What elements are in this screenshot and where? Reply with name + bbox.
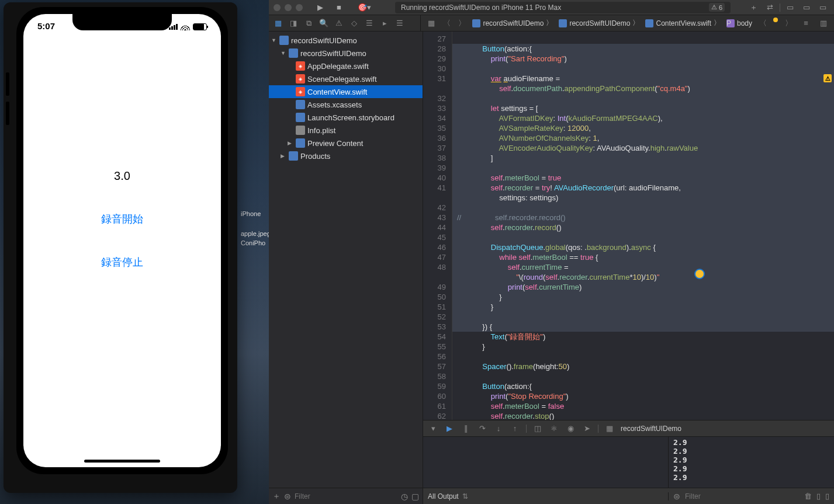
- project-icon: [279, 36, 289, 45]
- storyboard-icon: [296, 113, 305, 122]
- source-control-navigator-icon[interactable]: ◨: [286, 18, 300, 29]
- swift-icon: [296, 87, 305, 96]
- symbol-navigator-icon[interactable]: ⧉: [302, 18, 316, 29]
- folder-icon: [289, 48, 298, 58]
- tree-group[interactable]: ▶Preview Content: [269, 137, 423, 150]
- forward-button[interactable]: 〉: [455, 18, 469, 29]
- console-output[interactable]: 2.9 2.9 2.9 2.9 2.9: [669, 437, 834, 488]
- toggle-variables-icon[interactable]: ▯: [816, 492, 821, 500]
- stop-button[interactable]: ■: [331, 2, 347, 13]
- step-into-icon[interactable]: ↓: [493, 424, 504, 433]
- desktop-file-label[interactable]: ConiPho: [241, 239, 267, 246]
- pause-icon[interactable]: ‖: [461, 424, 471, 433]
- variables-view[interactable]: [423, 437, 669, 488]
- output-selector[interactable]: All Output: [428, 492, 459, 500]
- find-navigator-icon[interactable]: 🔍: [317, 18, 331, 29]
- related-items-icon[interactable]: ▦: [424, 18, 438, 29]
- swift-file-icon: [645, 19, 653, 27]
- tree-file[interactable]: Info.plist: [269, 124, 423, 137]
- process-name[interactable]: recordSwiftUIDemo: [621, 425, 681, 433]
- desktop-file-label[interactable]: iPhone: [241, 210, 267, 217]
- tree-file[interactable]: SceneDelegate.swift: [269, 72, 423, 85]
- recent-filter-icon[interactable]: ◷: [401, 492, 408, 501]
- minimize-window-icon[interactable]: [285, 4, 292, 11]
- source-editor[interactable]: 2728293031323334353637383940414243444546…: [423, 32, 834, 420]
- step-over-icon[interactable]: ↷: [477, 424, 487, 433]
- memory-graph-icon[interactable]: ⚛: [549, 424, 559, 433]
- code-review-button[interactable]: ⇄: [763, 3, 776, 12]
- back-button[interactable]: 〈: [440, 18, 454, 29]
- phone-screen[interactable]: 5:07 3.0 録音開始 録音停止: [23, 14, 221, 467]
- breakpoint-navigator-icon[interactable]: ▸: [378, 18, 392, 29]
- activity-viewer[interactable]: Running recordSwiftUIDemo on iPhone 11 P…: [395, 2, 731, 13]
- tree-file-selected[interactable]: ContentView.swift: [269, 85, 423, 98]
- test-navigator-icon[interactable]: ◇: [347, 18, 361, 29]
- jump-symbol[interactable]: Pbody: [724, 18, 755, 29]
- tree-file[interactable]: LaunchScreen.storyboard: [269, 111, 423, 124]
- console-filter-input[interactable]: [685, 492, 800, 500]
- code-content[interactable]: Button(action:{ print("Sart Recording") …: [452, 32, 834, 420]
- editor-area: 2728293031323334353637383940414243444546…: [423, 32, 834, 504]
- tree-group[interactable]: ▶Products: [269, 150, 423, 162]
- zoom-window-icon[interactable]: [296, 4, 303, 11]
- app-content: 3.0 録音開始 録音停止: [101, 169, 143, 298]
- property-icon: P: [726, 19, 735, 27]
- warning-icon[interactable]: [773, 18, 778, 22]
- prev-issue-icon[interactable]: 〈: [756, 18, 770, 29]
- title-bar[interactable]: ▶ ■ 🎯▾ Running recordSwiftUIDemo on iPho…: [269, 0, 834, 15]
- scheme-selector[interactable]: 🎯▾: [349, 2, 379, 13]
- breakpoints-toggle-icon[interactable]: ▶: [444, 424, 455, 433]
- toggle-console-icon[interactable]: ▯: [825, 492, 829, 500]
- toggle-navigator-icon[interactable]: ▭: [784, 3, 797, 12]
- ios-simulator-window: 5:07 3.0 録音開始 録音停止: [4, 2, 237, 493]
- activity-text: Running recordSwiftUIDemo on iPhone 11 P…: [401, 4, 561, 12]
- toggle-inspector-icon[interactable]: ▭: [816, 3, 829, 12]
- report-navigator-icon[interactable]: ☰: [393, 18, 407, 29]
- add-icon[interactable]: ＋: [272, 491, 281, 502]
- line-gutter[interactable]: 2728293031323334353637383940414243444546…: [423, 32, 452, 420]
- trash-icon[interactable]: 🗑: [804, 492, 812, 500]
- file-tree[interactable]: ▼recordSwiftUIDemo ▼recordSwiftUIDemo Ap…: [269, 32, 423, 488]
- swift-icon: [296, 74, 305, 84]
- step-out-icon[interactable]: ↑: [510, 424, 520, 433]
- tree-file[interactable]: AppDelegate.swift: [269, 60, 423, 72]
- issue-navigator-icon[interactable]: ⚠: [332, 18, 346, 29]
- add-editor-icon[interactable]: ▥: [816, 18, 830, 29]
- volume-down-button[interactable]: [6, 102, 9, 125]
- desktop-file-label[interactable]: apple.jpeg: [241, 230, 267, 237]
- warning-indicator[interactable]: ⚠: [823, 74, 832, 82]
- hide-debug-icon[interactable]: ▾: [428, 424, 438, 433]
- tree-group[interactable]: ▼recordSwiftUIDemo: [269, 47, 423, 60]
- view-debug-icon[interactable]: ◫: [532, 424, 543, 433]
- project-navigator-icon[interactable]: ▦: [271, 18, 285, 29]
- navigator-filter-input[interactable]: [295, 492, 397, 500]
- window-controls: [274, 4, 303, 11]
- scm-filter-icon[interactable]: ▢: [411, 492, 419, 501]
- jump-project[interactable]: recordSwiftUIDemo 〉: [470, 17, 555, 29]
- folder-icon: [296, 138, 305, 148]
- battery-icon: [193, 23, 207, 30]
- jump-bar[interactable]: ▦ 〈 〉 recordSwiftUIDemo 〉 recordSwiftUID…: [421, 15, 834, 31]
- jump-group[interactable]: recordSwiftUIDemo 〉: [556, 17, 642, 29]
- record-start-button[interactable]: 録音開始: [101, 212, 143, 226]
- jump-file[interactable]: ContentView.swift 〉: [643, 17, 723, 29]
- record-stop-button[interactable]: 録音停止: [101, 255, 143, 269]
- location-icon[interactable]: ➤: [582, 424, 592, 433]
- home-indicator[interactable]: [84, 460, 160, 463]
- next-issue-icon[interactable]: 〉: [781, 18, 795, 29]
- environment-overrides-icon[interactable]: ◉: [565, 424, 576, 433]
- folder-icon: [559, 19, 567, 27]
- tree-file[interactable]: Assets.xcassets: [269, 98, 423, 111]
- tree-project[interactable]: ▼recordSwiftUIDemo: [269, 34, 423, 47]
- swift-icon: [296, 61, 305, 71]
- desktop-icons: iPhone ⇪ apple.jpeg ConiPho: [241, 210, 267, 249]
- warnings-badge[interactable]: ⚠ 6: [709, 3, 725, 12]
- library-button[interactable]: ＋: [747, 3, 760, 12]
- toggle-debug-icon[interactable]: ▭: [800, 3, 813, 12]
- close-window-icon[interactable]: [274, 4, 281, 11]
- debug-navigator-icon[interactable]: ☰: [362, 18, 376, 29]
- assets-icon: [296, 100, 305, 109]
- run-button[interactable]: ▶: [312, 2, 328, 13]
- volume-up-button[interactable]: [6, 72, 9, 96]
- editor-options-icon[interactable]: ≡: [799, 18, 813, 29]
